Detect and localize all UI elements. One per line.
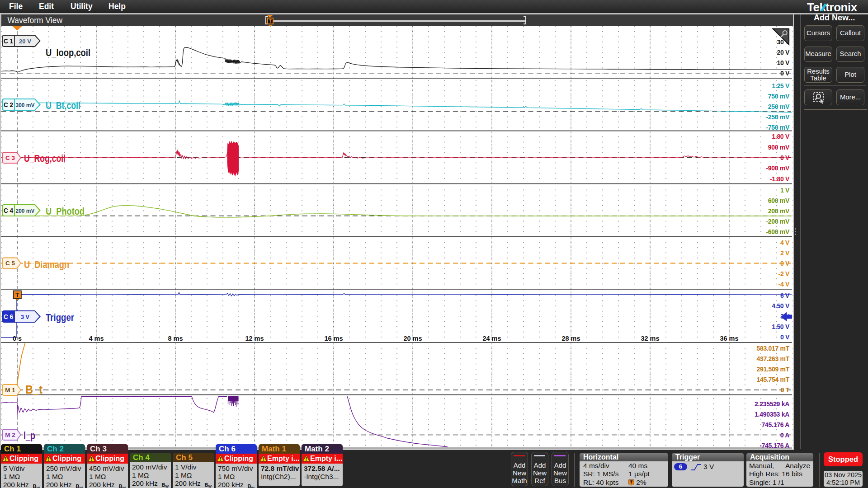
svg-text:4 V: 4 V <box>780 239 790 246</box>
svg-text:36 ms: 36 ms <box>720 335 738 342</box>
svg-text:0 T: 0 T <box>781 386 790 394</box>
svg-text:0 V: 0 V <box>780 70 790 77</box>
svg-text:0 A: 0 A <box>780 432 790 439</box>
svg-text:437.263 mT: 437.263 mT <box>757 355 790 362</box>
svg-text:583.017 mT: 583.017 mT <box>757 345 790 352</box>
svg-text:C 6: C 6 <box>4 313 13 320</box>
svg-text:1 V: 1 V <box>780 187 790 194</box>
svg-text:C 3: C 3 <box>5 155 15 161</box>
svg-text:2 V: 2 V <box>780 249 790 257</box>
svg-text:12 ms: 12 ms <box>245 335 264 342</box>
svg-text:C 5: C 5 <box>5 260 15 267</box>
svg-text:1.25 V: 1.25 V <box>772 82 790 89</box>
svg-text:-2 V: -2 V <box>778 270 790 277</box>
svg-text:300 mV: 300 mV <box>16 102 35 108</box>
svg-text:M 2: M 2 <box>5 432 15 438</box>
svg-text:10 V: 10 V <box>777 59 790 66</box>
svg-text:-4 V: -4 V <box>778 281 790 288</box>
svg-text:0 V: 0 V <box>780 260 790 267</box>
svg-text:20 ms: 20 ms <box>403 335 422 342</box>
svg-text:200 mV: 200 mV <box>16 207 35 214</box>
svg-text:0 s: 0 s <box>13 335 22 342</box>
svg-text:C 1: C 1 <box>4 38 13 45</box>
svg-text:M 1: M 1 <box>5 387 15 394</box>
svg-text:Trigger: Trigger <box>46 312 74 323</box>
svg-text:200 mV: 200 mV <box>768 207 790 215</box>
svg-text:4.50 V: 4.50 V <box>772 302 790 310</box>
svg-text:B_t: B_t <box>25 383 42 396</box>
svg-text:-900 mV: -900 mV <box>766 164 790 172</box>
svg-text:1.50 V: 1.50 V <box>772 323 790 330</box>
svg-text:C 2: C 2 <box>4 101 13 108</box>
svg-text:-745.176 A: -745.176 A <box>760 442 789 449</box>
svg-text:600 mV: 600 mV <box>768 197 790 204</box>
svg-text:1.80 V: 1.80 V <box>772 133 790 140</box>
svg-text:-200 mV: -200 mV <box>766 218 790 225</box>
svg-text:U_Diamagn: U_Diamagn <box>24 259 69 270</box>
svg-text:20 V: 20 V <box>777 49 790 56</box>
svg-text:U_loop,coil: U_loop,coil <box>46 47 90 58</box>
svg-text:32 ms: 32 ms <box>641 335 659 342</box>
svg-text:291.509 mT: 291.509 mT <box>757 366 790 373</box>
svg-text:-750 mV: -750 mV <box>766 124 790 131</box>
svg-text:250 mV: 250 mV <box>768 103 790 110</box>
svg-text:8 ms: 8 ms <box>168 335 183 342</box>
svg-text:U_Bt,coil: U_Bt,coil <box>46 100 80 111</box>
svg-text:-1.80 V: -1.80 V <box>770 175 790 183</box>
svg-text:24 ms: 24 ms <box>482 335 501 342</box>
svg-text:C 4: C 4 <box>4 207 13 214</box>
svg-text:0 V: 0 V <box>780 333 790 341</box>
svg-text:145.754 mT: 145.754 mT <box>757 376 790 383</box>
svg-text:2.235529 kA: 2.235529 kA <box>755 400 789 408</box>
svg-text:U_Photod: U_Photod <box>46 206 85 217</box>
svg-text:900 mV: 900 mV <box>768 144 790 151</box>
svg-text:745.176 A: 745.176 A <box>762 421 790 428</box>
svg-text:I_p: I_p <box>24 429 35 441</box>
svg-text:-600 mV: -600 mV <box>766 228 790 235</box>
svg-text:T: T <box>15 291 19 298</box>
svg-text:750 mV: 750 mV <box>768 93 790 100</box>
svg-text:28 ms: 28 ms <box>561 335 580 342</box>
svg-text:1.490353 kA: 1.490353 kA <box>755 411 789 418</box>
svg-text:3 V: 3 V <box>21 314 29 320</box>
svg-text:-250 mV: -250 mV <box>766 113 790 121</box>
svg-text:20 V: 20 V <box>19 38 31 45</box>
svg-text:4 ms: 4 ms <box>89 335 104 342</box>
svg-text:16 ms: 16 ms <box>324 335 343 342</box>
svg-text:6 V: 6 V <box>780 292 790 299</box>
svg-text:0 V: 0 V <box>780 154 790 161</box>
svg-text:U_Rog,coil: U_Rog,coil <box>24 153 66 164</box>
